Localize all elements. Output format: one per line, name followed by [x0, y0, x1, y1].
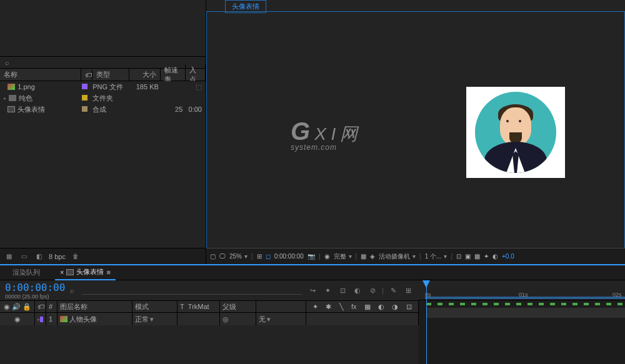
quality-dropdown[interactable]: 完整 [334, 252, 352, 261]
col-t[interactable]: T [180, 303, 184, 310]
tl-tool5-icon[interactable]: ⊘ [367, 285, 378, 296]
time-display[interactable]: 0:00:00:00 [274, 253, 304, 260]
preview-footer: ▢ 🖵 25% | ⊞ ◻ 0:00:00:00 📷 | ◉ 完整 | ▦ ◈ … [206, 248, 625, 264]
mode-dropdown[interactable]: 正常 [132, 313, 178, 325]
tag-swatch[interactable] [40, 317, 43, 322]
switch-icon[interactable]: fx [351, 303, 357, 310]
mask-icon[interactable]: ◻ [266, 253, 271, 260]
display-icon[interactable]: 🖵 [219, 253, 226, 260]
tl-tool1-icon[interactable]: ↪ [307, 285, 318, 296]
tl-tool7-icon[interactable]: ⊞ [402, 285, 414, 296]
timeline-header: ◉🔊🔒 🏷 # 图层名称 模式 T TrkMat 父级 ✦✱╲fx▦◐◑⊡ [0, 300, 419, 313]
snapshot-icon[interactable]: 📷 [308, 253, 315, 260]
col-trkmat[interactable]: TrkMat [188, 303, 209, 310]
search-icon: ⌕ [70, 287, 74, 294]
folder-new-icon[interactable]: ▭ [19, 252, 29, 261]
tag-swatch[interactable] [82, 106, 88, 112]
avatar-image[interactable] [466, 87, 565, 178]
tl-tool3-icon[interactable]: ⊡ [337, 285, 348, 296]
col-layer-name[interactable]: 图层名称 [58, 301, 132, 312]
zoom-dropdown[interactable]: 25% [229, 253, 248, 260]
toggle3-icon[interactable]: ▦ [474, 253, 480, 260]
bpc-button[interactable]: 8 bpc [49, 253, 66, 260]
3d-icon[interactable]: ◈ [370, 253, 375, 260]
time-ruler[interactable]: 0s 01s 02s [419, 280, 625, 300]
grid-icon[interactable]: ⊞ [257, 253, 262, 260]
tab-label: 头像表情 [76, 267, 104, 277]
tag-swatch[interactable] [82, 95, 88, 101]
trash-icon[interactable]: 🗑 [71, 252, 81, 261]
timecode[interactable]: 0:00:00:00 [5, 282, 65, 293]
timeline-track-area[interactable]: 0s 01s 02s [419, 280, 625, 364]
image-icon [8, 84, 15, 90]
tab-composition[interactable]: ×头像表情≡ [55, 265, 116, 280]
timeline-search-input[interactable] [82, 287, 302, 295]
expand-icon [4, 84, 5, 90]
col-parent[interactable]: 父级 [220, 301, 256, 312]
switch-icon[interactable]: ✦ [312, 303, 318, 311]
switch-icon[interactable]: ╲ [339, 303, 344, 311]
col-num[interactable]: # [46, 301, 58, 312]
toggle-icon[interactable]: ⊡ [456, 253, 461, 260]
switch-icon[interactable]: ✱ [326, 303, 331, 311]
file-name: 纯色 [19, 94, 32, 103]
monitor-icon[interactable]: ▢ [210, 253, 216, 260]
timeline-tabs: 渲染队列 ×头像表情≡ [0, 265, 625, 280]
col-size[interactable]: 大小 [129, 69, 161, 81]
parent-dropdown[interactable]: 无 [256, 313, 306, 325]
tl-tool4-icon[interactable]: ◐ [352, 285, 363, 296]
comp-new-icon[interactable]: ◧ [34, 252, 44, 261]
pickwhip-icon[interactable]: ◎ [222, 315, 229, 323]
flow-icon[interactable]: ▦ [4, 252, 14, 261]
file-in: ⬚ [182, 83, 202, 91]
project-file-list: 1.png PNG 文件 185 KB ⬚ ▸纯色 文件夹 头像表情 合成 [0, 81, 206, 248]
watermark: G G X I 网X I 网 system.com [291, 117, 358, 152]
switch-icon[interactable]: ▦ [364, 303, 371, 311]
col-name[interactable]: 名称 [0, 69, 81, 81]
expand-icon[interactable]: ▸ [4, 96, 6, 101]
timecode-sub: 00000 (25.00 fps) [5, 293, 65, 300]
project-panel: ⌕ 名称 🏷 类型 大小 帧速率 入点 1.png PNG 文件 185 KB … [0, 0, 206, 264]
tl-tool2-icon[interactable]: ✦ [322, 285, 333, 296]
keyframe-track [426, 303, 625, 307]
work-area[interactable] [425, 297, 625, 299]
views-dropdown[interactable]: 1 个... [425, 252, 448, 261]
toggle4-icon[interactable]: ✦ [484, 253, 489, 260]
preview-viewport[interactable]: G G X I 网X I 网 system.com [206, 11, 625, 248]
switch-icon[interactable]: ◑ [392, 303, 398, 311]
eye-icon[interactable]: ◉ [4, 303, 10, 311]
col-mode[interactable]: 模式 [132, 301, 178, 312]
tab-render-queue[interactable]: 渲染队列 [8, 265, 45, 280]
view-icon[interactable]: ▦ [361, 253, 366, 260]
col-tag-icon[interactable]: 🏷 [35, 301, 46, 312]
timeline-panel: 渲染队列 ×头像表情≡ 0:00:00:00 00000 (25.00 fps)… [0, 264, 625, 364]
layer-bar[interactable] [426, 308, 625, 318]
layer-name: 人物头像 [69, 315, 97, 324]
file-in: 0:00 [182, 106, 202, 113]
lock-icon[interactable]: 🔒 [22, 303, 31, 311]
col-type[interactable]: 类型 [92, 69, 130, 81]
audio-icon[interactable]: 🔊 [12, 303, 21, 311]
switch-icon[interactable]: ⊡ [406, 303, 412, 311]
playhead[interactable] [426, 280, 427, 364]
layer-row[interactable]: ◉ ▸ 1 人物头像 正常 ◎ 无 [0, 313, 419, 325]
folder-icon [9, 95, 16, 101]
timeline-left: 0:00:00:00 00000 (25.00 fps) ⌕ ↪ ✦ ⊡ ◐ ⊘… [0, 280, 419, 364]
tl-tool6-icon[interactable]: ✎ [388, 285, 399, 296]
layer-num: 1 [46, 313, 58, 325]
file-type: PNG 文件 [92, 82, 129, 92]
switch-icon[interactable]: ◐ [378, 303, 384, 311]
tag-swatch[interactable] [82, 84, 88, 89]
exposure-icon[interactable]: ◐ [492, 253, 498, 260]
comp-icon [8, 106, 15, 112]
exposure-value[interactable]: +0.0 [502, 253, 514, 260]
col-tag-icon[interactable]: 🏷 [81, 70, 92, 80]
color-icon[interactable]: ◉ [324, 253, 330, 260]
toggle2-icon[interactable]: ▣ [465, 253, 471, 260]
camera-dropdown[interactable]: 活动摄像机 [379, 252, 416, 261]
eye-toggle[interactable]: ◉ [14, 315, 21, 323]
file-row[interactable]: 头像表情 合成 25 0:00 [0, 104, 206, 115]
file-row[interactable]: ▸纯色 文件夹 [0, 92, 206, 104]
search-icon: ⌕ [5, 59, 9, 66]
file-row[interactable]: 1.png PNG 文件 185 KB ⬚ [0, 81, 206, 92]
